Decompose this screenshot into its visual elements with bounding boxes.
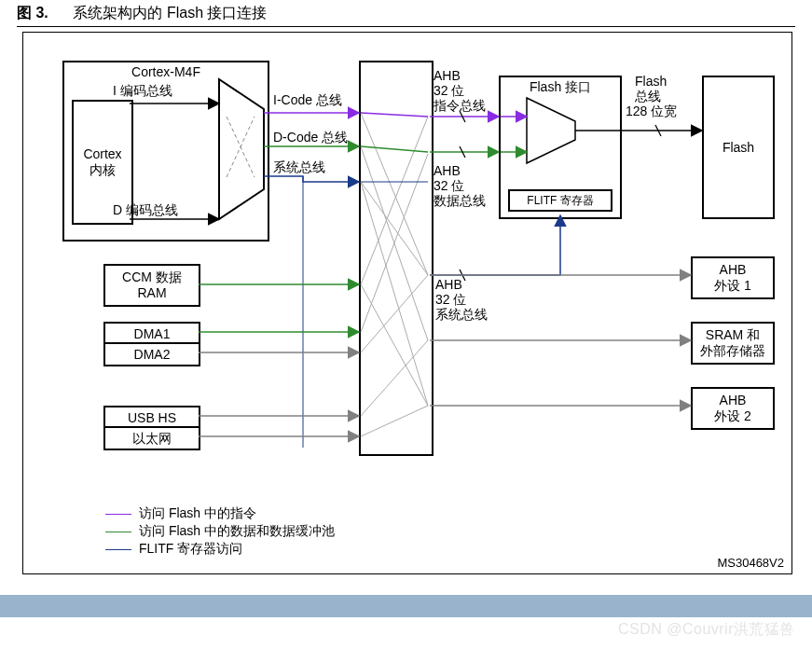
ahb-sys-l3: 系统总线 — [435, 307, 488, 324]
dcode-bus-label: D-Code 总线 — [273, 130, 348, 146]
dma2-label: DMA2 — [134, 347, 171, 363]
ahb-inst-l1: AHB — [434, 68, 461, 83]
dma2-block: DMA2 — [103, 342, 200, 366]
flash-block: Flash — [702, 76, 775, 219]
legend-row-instruction: 访问 Flash 中的指令 — [105, 505, 335, 522]
figure-title: 图 3. 系统架构内的 Flash 接口连接 — [17, 4, 267, 23]
legend-line-blue — [105, 549, 131, 550]
d-encode-bus-label: D 编码总线 — [113, 202, 178, 219]
legend: 访问 Flash 中的指令 访问 Flash 中的数据和数据缓冲池 FLITF … — [105, 504, 335, 559]
svg-line-29 — [460, 146, 465, 158]
ahb-periph2-l1: AHB — [720, 393, 747, 408]
legend-line-purple — [105, 514, 131, 515]
legend-text-purple: 访问 Flash 中的指令 — [139, 505, 256, 522]
cortex-m4f-label: Cortex-M4F — [64, 64, 268, 80]
ccm-ram-block: CCM 数据 RAM — [103, 264, 200, 307]
bus-matrix-block — [359, 61, 434, 456]
flash-label: Flash — [723, 140, 754, 156]
ms-reference-label: MS30468V2 — [717, 556, 784, 570]
system-bus-label: 系统总线 — [273, 159, 325, 176]
ahb-periph1-block: AHB 外设 1 — [691, 256, 775, 299]
ahb-periph1-l1: AHB — [720, 262, 747, 278]
sram-l1: SRAM 和 — [706, 327, 760, 343]
ccm-l1: CCM 数据 — [122, 269, 182, 285]
legend-row-flitf: FLITF 寄存器访问 — [105, 541, 335, 558]
ahb-periph2-l2: 外设 2 — [714, 408, 751, 424]
ahb-data-l3: 数据总线 — [434, 193, 486, 210]
ahb-periph1-l2: 外设 1 — [714, 278, 751, 294]
ahb-data-l1: AHB — [434, 163, 461, 178]
usb-hs-label: USB HS — [128, 410, 176, 426]
legend-text-blue: FLITF 寄存器访问 — [139, 541, 242, 558]
ahb-periph2-block: AHB 外设 2 — [691, 387, 775, 430]
ccm-l2: RAM — [137, 285, 166, 301]
sram-l2: 外部存储器 — [700, 343, 765, 359]
eth-label: 以太网 — [132, 431, 172, 447]
flash-bus-l3: 128 位宽 — [626, 104, 677, 120]
ahb-inst-l3: 指令总线 — [434, 98, 486, 115]
sram-ext-block: SRAM 和 外部存储器 — [691, 322, 775, 365]
diagram-frame: Cortex-M4F Cortex 内核 CCM 数据 RAM DMA1 DMA… — [22, 32, 792, 574]
flash-bus-l1: Flash — [635, 74, 667, 89]
flitf-register-block: FLITF 寄存器 — [508, 189, 612, 212]
watermark: CSDN @Couvrir洪荒猛兽 — [618, 620, 795, 640]
i-encode-bus-label: I 编码总线 — [113, 83, 172, 100]
cortex-core-l1: Cortex — [83, 146, 121, 162]
flitf-register-label: FLITF 寄存器 — [527, 194, 593, 207]
footer-bar — [0, 595, 812, 617]
icode-bus-label: I-Code 总线 — [273, 92, 342, 109]
legend-line-green — [105, 532, 131, 532]
figure-caption: 系统架构内的 Flash 接口连接 — [73, 5, 267, 21]
dma1-label: DMA1 — [134, 326, 171, 342]
eth-block: 以太网 — [103, 426, 200, 450]
cortex-core-l2: 内核 — [89, 162, 116, 178]
svg-line-35 — [655, 125, 661, 136]
flash-interface-label: Flash 接口 — [530, 79, 591, 95]
figure-number: 图 3. — [17, 5, 48, 21]
legend-row-data: 访问 Flash 中的数据和数据缓冲池 — [105, 523, 335, 540]
legend-text-green: 访问 Flash 中的数据和数据缓冲池 — [139, 523, 335, 540]
flash-interface-block: Flash 接口 FLITF 寄存器 — [499, 76, 622, 219]
title-underline — [17, 26, 795, 27]
ahb-sys-l1: AHB — [435, 277, 462, 292]
